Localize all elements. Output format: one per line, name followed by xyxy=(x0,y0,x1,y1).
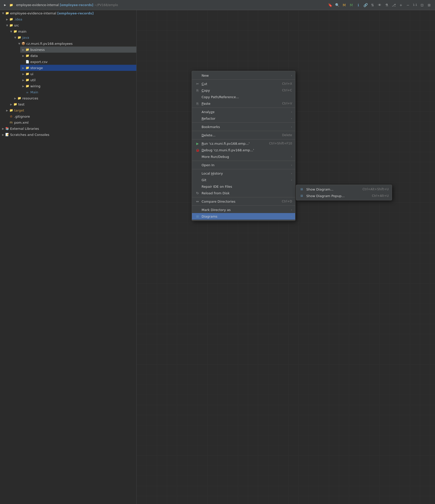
local-history-arrow: › xyxy=(291,172,292,175)
main-java-label: Main xyxy=(30,90,38,94)
menu-item-debug[interactable]: 🐞 Debug 'cz.muni.fi.pv168.emp...' xyxy=(192,147,295,153)
open-in-icon xyxy=(195,162,200,167)
main-area: 📁 employee-evidence-internal [employee-r… xyxy=(0,10,435,504)
storage-folder-icon: 📁 xyxy=(25,66,29,70)
gitignore-arrow xyxy=(5,114,9,118)
menu-item-paste[interactable]: ⎘ Paste Ctrl+V xyxy=(192,100,295,107)
menu-item-analyze[interactable]: Analyze › xyxy=(192,109,295,115)
menu-item-local-history[interactable]: Local History › xyxy=(192,170,295,177)
resources-arrow xyxy=(13,96,17,100)
tree-item-business[interactable]: 📁 business xyxy=(20,47,136,53)
delete-icon xyxy=(195,133,200,138)
branch-icon[interactable]: ⎇ xyxy=(391,2,397,8)
tree-item-storage[interactable]: 📁 storage xyxy=(20,65,136,71)
more-run-label: More Run/Debug xyxy=(202,155,289,159)
title-bar: 📁 employee-evidence-internal [employee-r… xyxy=(0,0,435,10)
test-folder-icon: 📁 xyxy=(13,102,17,106)
plus-icon[interactable]: + xyxy=(398,2,404,8)
bookmarks-arrow: › xyxy=(291,125,292,128)
mark-dir-arrow: › xyxy=(291,208,292,211)
tree-item-java[interactable]: 📁 java xyxy=(12,34,136,40)
analyze-label: Analyze xyxy=(202,110,289,114)
tree-item-wiring[interactable]: 📁 wiring xyxy=(20,83,136,89)
m-icon-1[interactable]: M xyxy=(341,2,347,8)
tree-item-package[interactable]: 📦 cz.muni.fi.pv168.employees xyxy=(16,40,136,47)
menu-item-new[interactable]: New › xyxy=(192,72,295,79)
sort-icon[interactable]: ⇅ xyxy=(370,2,375,8)
zoom-ratio[interactable]: 1:1 xyxy=(412,2,418,8)
tree-item-root[interactable]: 📁 employee-evidence-internal [employee-r… xyxy=(0,10,136,16)
export-file-icon: 📄 xyxy=(25,60,29,64)
menu-item-mark-dir[interactable]: Mark Directory as › xyxy=(192,206,295,213)
git-label: Git xyxy=(202,178,289,182)
tree-item-resources[interactable]: 📁 resources xyxy=(12,95,136,101)
tree-item-idea[interactable]: 📁 .idea xyxy=(4,16,136,22)
menu-item-repair-ide[interactable]: Repair IDE on Files xyxy=(192,183,295,190)
menu-item-more-run[interactable]: More Run/Debug › xyxy=(192,153,295,160)
tree-item-target[interactable]: 📁 target xyxy=(4,107,136,113)
m-icon-2[interactable]: M xyxy=(349,2,354,8)
show-diagram-icon: ⊞ xyxy=(299,187,304,192)
tree-item-test[interactable]: 📁 test xyxy=(8,101,136,107)
tree-item-ui[interactable]: 📁 ui xyxy=(20,71,136,77)
show-diagram-label: Show Diagram... xyxy=(306,187,362,191)
tree-item-ext-libs[interactable]: 📚 External Libraries xyxy=(0,125,136,132)
repair-ide-icon xyxy=(195,184,200,189)
menu-item-bookmarks[interactable]: Bookmarks › xyxy=(192,123,295,130)
refactor-icon xyxy=(195,116,200,121)
util-arrow xyxy=(21,78,25,82)
storage-label: storage xyxy=(30,66,43,70)
data-folder-icon: 📁 xyxy=(25,54,29,58)
analyze-arrow: › xyxy=(291,111,292,113)
eye-icon[interactable]: 👁 xyxy=(377,2,382,8)
scratches-arrow xyxy=(1,133,5,137)
link-icon[interactable]: 🔗 xyxy=(363,2,368,8)
menu-item-cut[interactable]: ✂ Cut Ctrl+X xyxy=(192,80,295,87)
target-arrow xyxy=(5,108,9,112)
menu-item-copy-path[interactable]: Copy Path/Reference... xyxy=(192,94,295,100)
tree-item-util[interactable]: 📁 util xyxy=(20,77,136,83)
menu-item-diagrams[interactable]: ⊞ Diagrams › xyxy=(192,213,295,220)
menu-item-refactor[interactable]: Refactor › xyxy=(192,115,295,122)
window-icon[interactable]: ⊡ xyxy=(419,2,425,8)
submenu-item-show-diagram[interactable]: ⊞ Show Diagram... Ctrl+Alt+Shift+U xyxy=(296,186,392,193)
separator-7 xyxy=(192,169,295,169)
menu-item-copy[interactable]: ⎘ Copy Ctrl+C xyxy=(192,87,295,94)
filter-icon[interactable]: ⚗ xyxy=(384,2,389,8)
menu-item-open-in[interactable]: Open In › xyxy=(192,162,295,168)
show-diagram-shortcut: Ctrl+Alt+Shift+U xyxy=(362,187,389,191)
diagrams-label: Diagrams xyxy=(202,215,289,218)
tree-item-src[interactable]: 📁 src xyxy=(4,22,136,28)
scratches-icon: 📝 xyxy=(5,133,9,137)
menu-item-run[interactable]: ▶ Run 'cz.muni.fi.pv168.emp...' Ctrl+Shi… xyxy=(192,140,295,147)
menu-item-git[interactable]: Git › xyxy=(192,177,295,183)
package-label: cz.muni.fi.pv168.employees xyxy=(26,42,73,46)
info-icon[interactable]: ℹ xyxy=(356,2,361,8)
business-label: business xyxy=(30,48,45,52)
submenu-item-show-diagram-popup[interactable]: ⊞ Show Diagram Popup... Ctrl+Alt+U xyxy=(296,193,392,199)
tree-item-main[interactable]: 📁 main xyxy=(8,28,136,34)
menu-item-reload[interactable]: ↻ Reload from Disk xyxy=(192,190,295,196)
tree-item-gitignore[interactable]: ⊘ .gitignore xyxy=(4,113,136,119)
test-label: test xyxy=(18,102,25,106)
test-arrow xyxy=(9,102,13,106)
tree-item-pom[interactable]: m pom.xml xyxy=(4,119,136,125)
bookmark-icon[interactable]: 🔖 xyxy=(327,2,333,8)
more-run-arrow: › xyxy=(291,155,292,158)
tree-item-data[interactable]: 📁 data xyxy=(20,53,136,59)
menu-item-compare-dirs[interactable]: ⇔ Compare Directories Ctrl+D xyxy=(192,198,295,205)
tree-item-export[interactable]: 📄 export.csv xyxy=(20,59,136,65)
mark-dir-icon xyxy=(195,207,200,212)
tree-item-scratches[interactable]: 📝 Scratches and Consoles xyxy=(0,132,136,138)
minus-icon[interactable]: − xyxy=(405,2,411,8)
ui-folder-icon: 📁 xyxy=(25,72,29,76)
search-icon[interactable]: 🔍 xyxy=(334,2,340,8)
tree-item-main-java[interactable]: ☕ Main xyxy=(20,89,136,95)
project-arrow[interactable] xyxy=(3,3,7,7)
copy-path-icon xyxy=(195,94,200,99)
bookmarks-icon xyxy=(195,124,200,129)
menu-item-delete[interactable]: Delete... Delete xyxy=(192,132,295,138)
grid-icon[interactable]: ⊞ xyxy=(426,2,432,8)
delete-label: Delete... xyxy=(202,133,278,137)
separator-2 xyxy=(192,108,295,108)
